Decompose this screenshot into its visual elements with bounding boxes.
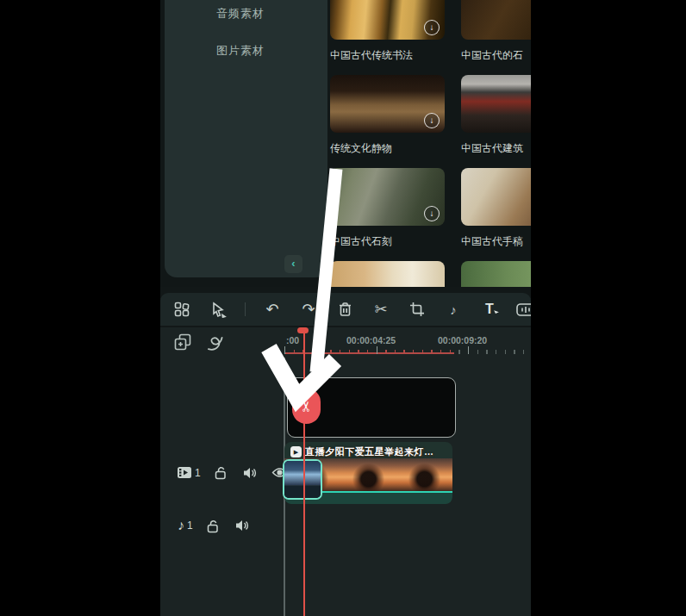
chevron-left-icon: ‹ bbox=[291, 257, 295, 270]
ruler-tick bbox=[505, 350, 506, 354]
lock-open-icon bbox=[206, 519, 220, 533]
media-label: 中国古代传统书法 bbox=[330, 48, 459, 63]
ruler-tick bbox=[385, 350, 386, 354]
cut-cursor[interactable]: ✂ bbox=[292, 389, 321, 424]
ruler-timestamp: 00:00:04:25 bbox=[346, 335, 396, 345]
ruler-timestamp: :00 bbox=[286, 335, 299, 345]
clip-header: ▶ 直播夕阳下爱五星举起来灯… bbox=[290, 445, 451, 458]
download-icon[interactable]: ↓ bbox=[424, 20, 440, 35]
video-track-header: 1 bbox=[160, 465, 288, 480]
play-icon[interactable]: ▶ bbox=[290, 446, 302, 457]
app-content: 音频素材 图片素材 ‹ ↓ 中国古代传统书法 中国古代的石 ↓ 传统文化静物 中… bbox=[160, 0, 531, 616]
split-button[interactable]: ✂ bbox=[371, 300, 390, 319]
playhead-line[interactable] bbox=[303, 331, 305, 616]
selected-clip-meta bbox=[284, 485, 321, 498]
ruler-tick bbox=[377, 346, 377, 354]
ruler-tick bbox=[431, 350, 432, 354]
download-icon[interactable]: ↓ bbox=[424, 113, 440, 128]
clip-title-text: 直播夕阳下爱五星举起来灯… bbox=[305, 445, 434, 458]
lock-track-button[interactable] bbox=[214, 465, 228, 480]
music-note-icon: ♪ bbox=[178, 518, 184, 533]
audio-track-header: ♪ 1 bbox=[160, 518, 250, 533]
clip-frame bbox=[340, 458, 396, 492]
ruler-tick bbox=[458, 350, 459, 354]
template-grid-button[interactable] bbox=[172, 300, 191, 319]
audio-beat-button[interactable]: ♪ bbox=[444, 300, 463, 319]
audio-track-count: 1 bbox=[187, 520, 193, 532]
lock-track-button[interactable] bbox=[206, 519, 220, 533]
media-sidebar: 音频素材 图片素材 bbox=[165, 0, 327, 277]
media-thumbnail[interactable] bbox=[461, 75, 531, 133]
text-tool-button[interactable]: T bbox=[480, 300, 499, 319]
ruler-tick bbox=[523, 350, 524, 354]
scissors-icon: ✂ bbox=[374, 302, 387, 317]
ruler-tick bbox=[468, 346, 469, 354]
ruler-tick bbox=[422, 350, 423, 354]
edit-toolbar: ↶ ↷ ✂ ♪ T bbox=[160, 293, 531, 326]
layout-grid-icon bbox=[174, 302, 190, 317]
clip-frame bbox=[396, 458, 452, 492]
media-label: 传统文化静物 bbox=[330, 141, 459, 156]
speaker-icon bbox=[242, 466, 258, 480]
ruler-tick bbox=[284, 346, 285, 354]
download-icon[interactable]: ↓ bbox=[424, 206, 440, 221]
audio-waveform-icon bbox=[516, 303, 531, 316]
redo-icon: ↷ bbox=[302, 302, 315, 317]
ruler-tick bbox=[413, 350, 414, 354]
ruler-tick bbox=[477, 350, 478, 354]
audio-effect-button[interactable] bbox=[516, 300, 531, 319]
speaker-icon bbox=[234, 519, 250, 532]
ruler-tick bbox=[294, 350, 295, 354]
ruler-timestamp: 00:00:09:20 bbox=[438, 335, 487, 345]
media-thumbnail[interactable] bbox=[461, 261, 531, 287]
sidebar-item-image-assets[interactable]: 图片素材 bbox=[216, 43, 320, 59]
scissors-icon: ✂ bbox=[298, 401, 315, 412]
text-tool-icon: T bbox=[485, 302, 494, 317]
selected-clip[interactable] bbox=[283, 459, 322, 500]
media-thumbnail[interactable] bbox=[461, 168, 531, 226]
ruler-tick bbox=[349, 350, 350, 354]
collapse-panel-button[interactable]: ‹ bbox=[284, 255, 302, 273]
video-track-button[interactable] bbox=[177, 466, 192, 479]
media-label: 中国古代建筑 bbox=[461, 141, 531, 156]
ruler-tick bbox=[367, 350, 368, 354]
ruler-tick bbox=[340, 350, 340, 354]
audio-track-button[interactable]: ♪ bbox=[178, 518, 184, 533]
ruler-clip-extent bbox=[284, 352, 454, 354]
toolbar-divider bbox=[245, 302, 246, 316]
mute-track-button[interactable] bbox=[242, 466, 258, 480]
ruler-tick bbox=[440, 350, 441, 354]
media-browser-panel: 音频素材 图片素材 ‹ ↓ 中国古代传统书法 中国古代的石 ↓ 传统文化静物 中… bbox=[160, 0, 531, 287]
undo-button[interactable]: ↶ bbox=[263, 300, 282, 319]
ruler-tick bbox=[514, 350, 514, 354]
media-thumbnail[interactable]: ↓ bbox=[330, 75, 445, 133]
media-label: 中国古代石刻 bbox=[330, 234, 459, 249]
delete-button[interactable] bbox=[335, 300, 354, 319]
app-window: 音频素材 图片素材 ‹ ↓ 中国古代传统书法 中国古代的石 ↓ 传统文化静物 中… bbox=[0, 0, 686, 616]
sidebar-item-audio-assets[interactable]: 音频素材 bbox=[216, 6, 320, 22]
selected-clip-thumbnail bbox=[284, 461, 321, 485]
media-thumbnail[interactable] bbox=[461, 0, 531, 40]
media-label: 中国古代的石 bbox=[461, 48, 531, 63]
mute-track-button[interactable] bbox=[234, 519, 250, 532]
media-thumbnail[interactable]: ↓ bbox=[330, 0, 445, 40]
ruler-tick bbox=[486, 350, 487, 354]
ruler-tick bbox=[312, 350, 313, 354]
crop-button[interactable] bbox=[408, 300, 427, 319]
media-label: 中国古代手稿 bbox=[461, 234, 531, 249]
ruler-tick bbox=[330, 350, 331, 354]
media-thumbnail[interactable] bbox=[330, 261, 445, 287]
trash-icon bbox=[338, 302, 352, 317]
film-icon bbox=[177, 466, 192, 479]
timeline-ruler[interactable]: :00 00:00:04:25 00:00:09:20 bbox=[160, 327, 531, 354]
select-tool-button[interactable] bbox=[209, 300, 228, 319]
undo-icon: ↶ bbox=[265, 302, 278, 317]
redo-button[interactable]: ↷ bbox=[299, 300, 318, 319]
ruler-tick bbox=[395, 350, 396, 354]
lock-open-icon bbox=[214, 465, 228, 480]
media-thumbnail[interactable]: ↓ bbox=[330, 168, 445, 226]
crop-icon bbox=[409, 302, 425, 317]
music-note-icon: ♪ bbox=[450, 303, 457, 316]
ruler-tick bbox=[496, 350, 496, 354]
select-cursor-icon bbox=[210, 302, 227, 318]
